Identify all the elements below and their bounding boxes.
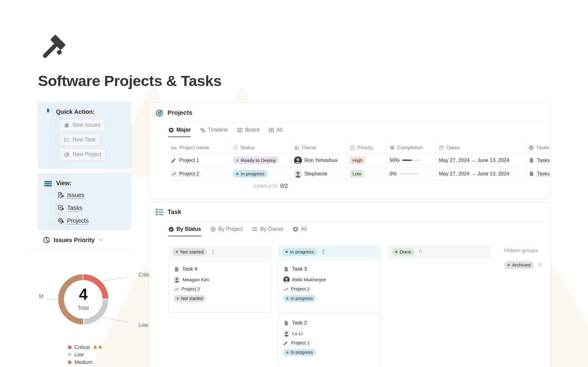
- table-footer-complete[interactable]: COMPLETE0/2: [230, 183, 292, 189]
- column-header-priority[interactable]: Priority: [347, 142, 387, 153]
- task-status-pill[interactable]: In progress: [283, 349, 316, 356]
- archived-count: 0: [538, 262, 541, 268]
- new-issues-button[interactable]: New Issues: [59, 119, 105, 131]
- board-column-header[interactable]: Done 0: [388, 245, 491, 259]
- task-status-pill[interactable]: In progress: [283, 295, 316, 302]
- dates-cell[interactable]: May 27, 2024 → June 13, 2024: [436, 154, 526, 167]
- star-circle-icon: [293, 227, 298, 232]
- task-view-tabs: By Status By Project By Owner All: [168, 226, 316, 236]
- task-title: Task 3: [292, 266, 307, 272]
- tab-by-owner[interactable]: By Owner: [252, 226, 284, 236]
- group-pill[interactable]: Not started: [172, 248, 207, 256]
- group-pill[interactable]: In progress: [282, 248, 317, 256]
- board-column-header[interactable]: In progress 2: [278, 245, 381, 259]
- task-project-row[interactable]: Project 2: [283, 286, 376, 292]
- tab-all[interactable]: All: [293, 226, 307, 236]
- avatar: [294, 170, 302, 178]
- quick-action-label: Quick Action:: [56, 108, 95, 115]
- completion-cell[interactable]: 0%: [387, 167, 436, 180]
- task-card-task-2[interactable]: Task 2 Lu Li Project 1 In progress: [278, 314, 381, 367]
- new-project-button[interactable]: New Project: [59, 148, 106, 161]
- task-project-row[interactable]: Project 1: [283, 340, 376, 346]
- column-header-dates[interactable]: Dates: [436, 142, 526, 153]
- issues-priority-label: Issues Priority: [54, 237, 95, 244]
- status-pill[interactable]: In progress: [233, 170, 268, 178]
- group-count: 2: [322, 249, 325, 255]
- sidebar-link-issues[interactable]: Issues: [57, 192, 84, 199]
- sidebar-link-projects[interactable]: Projects: [57, 217, 89, 224]
- tab-label: Board: [245, 127, 259, 133]
- tab-all[interactable]: All: [269, 127, 282, 137]
- task-card-task-4[interactable]: Task 4 Meagan Kim Project 2 Not started: [169, 260, 271, 313]
- task-project-link[interactable]: Project 1: [291, 340, 310, 346]
- column-header-owner[interactable]: Owner: [292, 142, 347, 153]
- owner-cell[interactable]: Ron Yehoshua: [292, 154, 347, 167]
- archived-pill[interactable]: Archived: [504, 261, 534, 269]
- status-cell[interactable]: Ready to Deploy: [230, 154, 292, 167]
- tasks-relation-cell[interactable]: Tasks: [526, 154, 551, 167]
- task-owner: Meagan Kim: [183, 277, 209, 283]
- priority-cell[interactable]: Low: [347, 167, 387, 180]
- donut-total-label: Total: [39, 305, 128, 311]
- status-dot: [236, 173, 239, 175]
- avatar: [283, 330, 290, 337]
- hidden-groups-label[interactable]: Hidden groups: [504, 248, 538, 254]
- chevron-down-icon[interactable]: [98, 237, 104, 243]
- progress-bar: [402, 159, 421, 161]
- column-header-status[interactable]: Status: [230, 142, 292, 153]
- priority-circle-icon: [350, 145, 355, 150]
- tab-label: Major: [176, 127, 191, 133]
- priority-tag[interactable]: Low: [350, 170, 364, 178]
- tasks-relation-link[interactable]: Tasks: [537, 171, 550, 177]
- tasks-relation-link[interactable]: Tasks: [537, 157, 550, 163]
- tab-label: By Status: [176, 226, 201, 232]
- group-count: 0: [419, 249, 422, 255]
- divider: [168, 122, 545, 122]
- dates-cell[interactable]: May 27, 2024 → June 13, 2024: [436, 167, 526, 180]
- project-link[interactable]: Project 2: [179, 171, 199, 177]
- project-name-cell[interactable]: Project 2: [168, 167, 230, 180]
- complete-label: COMPLETE: [254, 184, 278, 189]
- sidebar-link-tasks[interactable]: Tasks: [57, 204, 82, 212]
- hammer-icon[interactable]: [39, 34, 69, 65]
- column-header-tasks[interactable]: Tasks: [526, 142, 551, 153]
- task-project-link[interactable]: Project 2: [291, 286, 310, 292]
- hidden-group-archived[interactable]: Archived 0: [504, 261, 541, 269]
- tab-by-project[interactable]: By Project: [210, 226, 243, 236]
- tab-board[interactable]: Board: [237, 127, 259, 137]
- owner-cell[interactable]: Stephanie: [292, 167, 347, 180]
- task-project-link[interactable]: Project 2: [181, 286, 200, 292]
- board-column-header[interactable]: Not started 1: [169, 245, 271, 259]
- projects-card: Projects Major Timeline Board: [149, 102, 551, 199]
- board-icon: [237, 127, 243, 133]
- complete-value: 0/2: [280, 183, 288, 189]
- project-name-cell[interactable]: Project 1: [168, 154, 230, 167]
- column-header-completion[interactable]: Completion: [387, 142, 436, 153]
- completion-cell[interactable]: 50%: [387, 154, 436, 167]
- status-pill[interactable]: Ready to Deploy: [233, 156, 279, 164]
- priority-cell[interactable]: High: [347, 154, 387, 167]
- issues-priority-header[interactable]: Issues Priority: [43, 236, 104, 244]
- donut-total-value: 4: [39, 286, 128, 302]
- column-header-project-name[interactable]: Aa Project name: [168, 142, 230, 153]
- priority-tag[interactable]: High: [350, 156, 365, 164]
- task-project-row[interactable]: Project 2: [174, 286, 266, 292]
- tab-timeline[interactable]: Timeline: [200, 127, 228, 137]
- status-cell[interactable]: In progress: [230, 167, 292, 180]
- task-status-pill[interactable]: Not started: [174, 295, 206, 302]
- tasks-relation-cell[interactable]: Tasks: [526, 167, 551, 180]
- projects-view-tabs: Major Timeline Board All: [168, 127, 292, 137]
- fire-emoji: [93, 345, 102, 350]
- task-card-task-3[interactable]: Task 3 Rikki Mukherjee Project 2 In prog…: [278, 260, 381, 313]
- table-row-project-1: Project 1 Ready to Deploy Ron Yehoshua H…: [168, 154, 551, 167]
- group-pill[interactable]: Done: [392, 248, 414, 256]
- page-title: Software Projects & Tasks: [38, 72, 221, 89]
- task-owner-row: Lu Li: [283, 330, 376, 337]
- new-task-button[interactable]: New Task: [59, 133, 100, 146]
- board-column-not-started: Not started 1 Task 4 Meagan Kim Project …: [169, 245, 271, 313]
- task-owner: Lu Li: [292, 331, 303, 336]
- chart-box-icon: [390, 145, 395, 150]
- project-link[interactable]: Project 1: [179, 157, 199, 163]
- tab-major[interactable]: Major: [168, 127, 191, 137]
- tab-by-status[interactable]: By Status: [168, 226, 201, 236]
